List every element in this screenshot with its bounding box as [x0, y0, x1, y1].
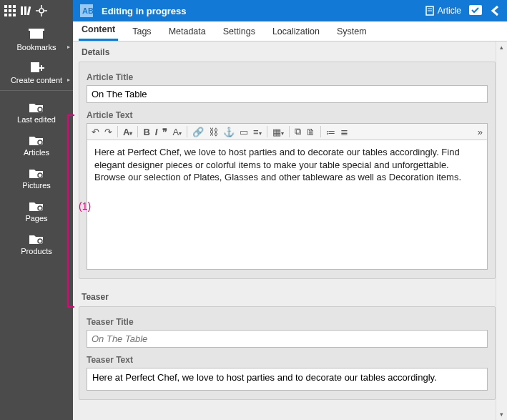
tab-settings[interactable]: Settings [220, 22, 258, 41]
article-text-label: Article Text [87, 110, 488, 120]
scroll-up-icon[interactable]: ▴ [496, 41, 507, 53]
tab-localization[interactable]: Localization [270, 22, 323, 41]
font-size-icon[interactable]: A▾ [123, 127, 132, 137]
svg-line-28 [41, 177, 44, 179]
chevron-right-icon: ▸ [67, 44, 70, 50]
folder-search-icon [29, 132, 44, 147]
sidebar-item-articles[interactable]: Articles [0, 127, 73, 160]
tabs: Content Tags Metadata Settings Localizat… [73, 21, 507, 41]
sidebar-item-pages[interactable]: Pages [0, 192, 73, 225]
svg-point-12 [39, 9, 44, 13]
article-indicator[interactable]: Article [425, 6, 461, 16]
svg-rect-17 [30, 30, 36, 39]
svg-line-26 [41, 144, 44, 146]
sidebar-item-label: Pages [25, 214, 47, 223]
sidebar-divider [0, 90, 73, 91]
svg-rect-22 [41, 65, 42, 71]
teaser-title-input[interactable] [87, 330, 488, 348]
chevron-right-icon: ▸ [67, 77, 70, 83]
tab-metadata[interactable]: Metadata [166, 22, 209, 41]
teaser-panel: Teaser Title Teaser Text Here at Perfect… [79, 306, 496, 400]
teaser-text-input[interactable]: Here at Perfect Chef, we love to host pa… [87, 368, 488, 391]
apps-icon[interactable] [4, 5, 16, 16]
svg-line-30 [41, 210, 44, 212]
sidebar: Bookmarks ▸ Create content ▸ Last edited… [0, 0, 73, 420]
undo-icon[interactable]: ↶ [92, 127, 99, 137]
anchor-icon[interactable]: ⚓ [223, 127, 235, 137]
section-details: Details [79, 41, 496, 62]
article-label: Article [438, 6, 461, 16]
bookmarks-icon [29, 27, 44, 41]
scroll-down-icon[interactable]: ▾ [496, 409, 507, 420]
article-text-editor: ↶ ↷ A▾ B I ❞ A▾ 🔗 ⛓ ⚓ ▭ ≡▾ ▦▾ [87, 123, 488, 270]
unlink-icon[interactable]: ⛓ [209, 127, 218, 137]
svg-rect-9 [21, 6, 23, 15]
content-area: Details Article Title Article Text ↶ ↷ A… [73, 41, 507, 420]
quote-icon[interactable]: ❞ [162, 127, 167, 137]
svg-line-32 [41, 243, 44, 245]
svg-rect-19 [29, 29, 44, 31]
svg-rect-8 [13, 14, 16, 16]
embed-icon[interactable]: ⧉ [295, 126, 301, 137]
italic-icon[interactable]: I [155, 127, 158, 137]
table-icon[interactable]: ▦▾ [272, 127, 284, 137]
topbar: AB Editing in progress Article [73, 0, 507, 21]
content-type-icon: AB [80, 4, 93, 17]
sidebar-item-products[interactable]: Products [0, 225, 73, 258]
sidebar-item-label: Articles [24, 148, 49, 157]
sidebar-item-pictures[interactable]: Pictures [0, 160, 73, 192]
align-icon[interactable]: ≡▾ [253, 127, 262, 137]
svg-rect-4 [9, 9, 11, 12]
folder-search-icon [29, 198, 44, 213]
template-icon[interactable]: 🗎 [306, 127, 315, 137]
ordered-list-icon[interactable]: ≔ [326, 127, 335, 137]
main: AB Editing in progress Article Content T… [73, 0, 507, 420]
collapse-icon[interactable] [490, 5, 500, 16]
sidebar-item-label: Products [21, 247, 51, 255]
font-color-icon[interactable]: A▾ [172, 127, 182, 137]
sidebar-item-bookmarks[interactable]: Bookmarks ▸ [0, 21, 73, 54]
article-icon [425, 6, 435, 16]
bold-icon[interactable]: B [143, 127, 149, 137]
library-icon[interactable] [20, 5, 31, 16]
teaser-title-label: Teaser Title [87, 317, 488, 327]
target-icon[interactable] [36, 5, 47, 16]
tab-content[interactable]: Content [79, 20, 118, 41]
create-content-icon [29, 60, 44, 74]
sidebar-item-label: Create content [11, 76, 62, 84]
image-icon[interactable]: ▭ [240, 127, 248, 137]
sidebar-top [0, 0, 73, 21]
page-title: Editing in progress [102, 6, 186, 16]
editor-toolbar: ↶ ↷ A▾ B I ❞ A▾ 🔗 ⛓ ⚓ ▭ ≡▾ ▦▾ [87, 124, 487, 140]
redo-icon[interactable]: ↷ [104, 127, 112, 137]
tab-system[interactable]: System [334, 22, 370, 41]
sidebar-item-label: Bookmarks [16, 43, 56, 52]
scrollbar[interactable]: ▴ ▾ [496, 41, 507, 420]
svg-rect-6 [4, 14, 7, 16]
section-teaser: Teaser [79, 286, 496, 306]
sidebar-item-last-edited[interactable]: Last edited [0, 94, 73, 127]
svg-rect-20 [31, 62, 39, 72]
svg-rect-10 [24, 6, 26, 15]
svg-rect-18 [36, 30, 43, 39]
svg-text:AB: AB [82, 6, 93, 15]
sidebar-item-create-content[interactable]: Create content ▸ [0, 54, 73, 87]
svg-rect-5 [13, 9, 16, 12]
article-title-input[interactable] [87, 85, 488, 103]
svg-rect-0 [4, 5, 7, 8]
approve-icon[interactable] [468, 4, 483, 17]
svg-rect-1 [9, 5, 11, 8]
folder-search-icon [29, 231, 44, 245]
more-tools-icon[interactable]: » [478, 127, 483, 137]
teaser-text-label: Teaser Text [87, 355, 488, 365]
tab-tags[interactable]: Tags [129, 22, 154, 41]
article-title-label: Article Title [87, 72, 488, 82]
svg-rect-2 [13, 5, 16, 8]
unordered-list-icon[interactable]: ≣ [340, 127, 348, 137]
svg-rect-3 [4, 9, 7, 12]
link-icon[interactable]: 🔗 [192, 127, 204, 137]
article-text-body[interactable]: Here at Perfect Chef, we love to host pa… [87, 140, 487, 269]
details-panel: Article Title Article Text ↶ ↷ A▾ B I ❞ … [79, 62, 496, 279]
svg-line-24 [41, 111, 44, 113]
sidebar-item-label: Last edited [17, 115, 56, 124]
